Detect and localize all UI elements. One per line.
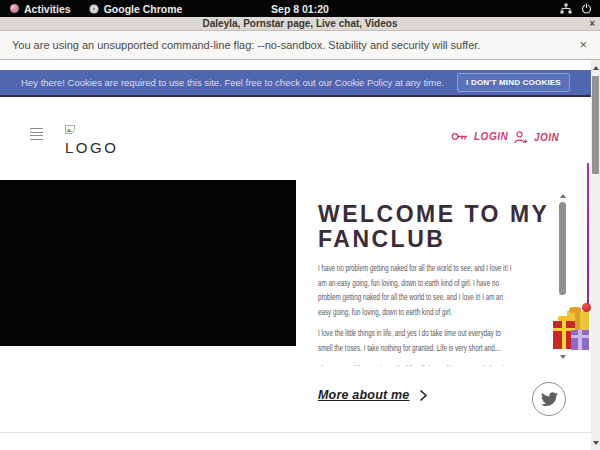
video-player[interactable]: [0, 180, 296, 346]
window-title: Daleyla, Pornstar page, Live chat, Video…: [203, 18, 398, 29]
scrollbar-up-icon[interactable]: [591, 61, 600, 74]
window-scrollbar[interactable]: [591, 60, 600, 450]
window-close-icon[interactable]: ×: [589, 17, 595, 30]
power-icon[interactable]: [581, 3, 592, 14]
about-paragraph: I have no problem getting naked for all …: [318, 362, 560, 366]
activities-indicator-icon: [10, 4, 19, 13]
scrollbar-down-icon[interactable]: [591, 436, 600, 449]
flag-warning-text: You are using an unsupported command-lin…: [12, 39, 480, 51]
app-menu-button[interactable]: Google Chrome: [89, 3, 183, 15]
about-title: WELCOME TO MY FANCLUB: [318, 202, 560, 252]
scrollbar-thumb[interactable]: [592, 76, 599, 174]
login-label: LOGIN: [474, 131, 508, 142]
more-about-me-link[interactable]: More about me: [318, 388, 428, 402]
gift-box-purple: [571, 330, 589, 350]
site-logo-label: LOGO: [65, 139, 118, 156]
gift-ribbon-line: [587, 163, 589, 309]
app-menu-label: Google Chrome: [104, 3, 183, 15]
about-scrollbar-thumb[interactable]: [559, 202, 566, 295]
hamburger-menu-icon[interactable]: [30, 128, 43, 140]
about-scrollbar-up-icon[interactable]: [560, 194, 566, 198]
join-label: JOIN: [534, 132, 559, 143]
window-title-bar: Daleyla, Pornstar page, Live chat, Video…: [0, 17, 600, 31]
broken-image-icon: [65, 125, 75, 134]
cookie-message: Hey there! Cookies are required to use t…: [21, 77, 444, 88]
gifts-icon[interactable]: [553, 303, 593, 350]
cookie-banner: Hey there! Cookies are required to use t…: [0, 70, 591, 97]
site-logo[interactable]: LOGO: [65, 120, 118, 156]
desktop-top-bar: Activities Google Chrome Sep 8 01:20: [0, 0, 600, 17]
screen: Activities Google Chrome Sep 8 01:20: [0, 0, 600, 450]
accept-cookies-button[interactable]: I DON'T MIND COOKIES: [457, 73, 570, 92]
about-scrollbar-down-icon[interactable]: [560, 355, 566, 359]
infobar-close-icon[interactable]: ×: [579, 38, 587, 52]
flag-warning-bar: You are using an unsupported command-lin…: [0, 31, 600, 60]
about-section: WELCOME TO MY FANCLUB I have no problem …: [318, 196, 560, 366]
key-icon: [451, 131, 468, 142]
about-paragraph: I love the little things in life, and ye…: [318, 326, 560, 355]
page-viewport: Hey there! Cookies are required to use t…: [0, 60, 600, 450]
network-icon[interactable]: [560, 3, 572, 14]
join-button[interactable]: JOIN: [514, 131, 559, 144]
activities-label: Activities: [24, 3, 71, 15]
chevron-right-icon: [419, 389, 428, 402]
twitter-icon: [541, 392, 558, 406]
chrome-icon: [89, 4, 99, 14]
user-plus-icon: [514, 131, 528, 144]
twitter-button[interactable]: [532, 382, 566, 416]
activities-button[interactable]: Activities: [10, 3, 71, 15]
gift-ornament: [582, 303, 591, 312]
more-about-me-label: More about me: [318, 388, 410, 402]
login-button[interactable]: LOGIN: [451, 131, 508, 142]
section-divider: [0, 432, 591, 433]
about-paragraph: I have no problem getting naked for all …: [318, 261, 560, 319]
